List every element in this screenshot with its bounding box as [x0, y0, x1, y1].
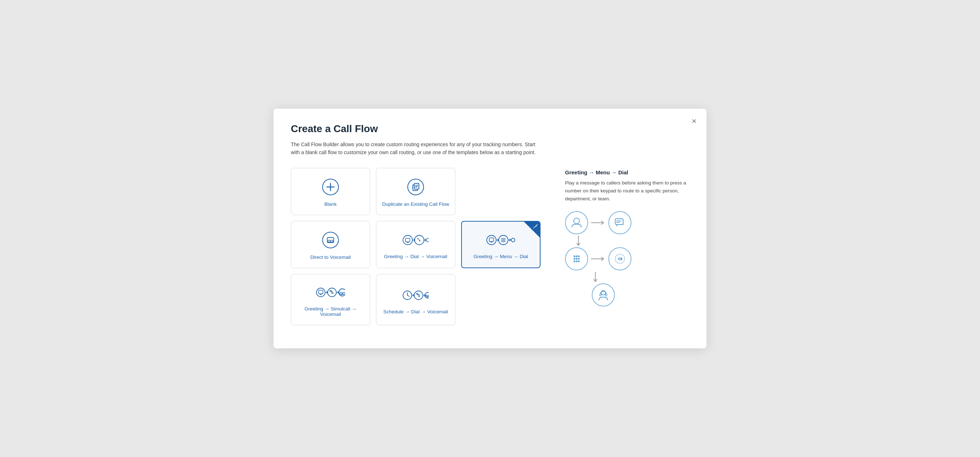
svg-point-32: [504, 241, 506, 242]
card-greeting-menu-dial[interactable]: ✓: [461, 221, 541, 268]
cards-row-3: Greeting → Simulcall → Voicemail: [291, 274, 550, 325]
voicemail-icon: [322, 231, 339, 250]
svg-point-68: [578, 261, 580, 263]
svg-point-41: [340, 292, 342, 295]
card-greeting-simulcall-voicemail-label: Greeting → Simulcall → Voicemail: [297, 306, 364, 317]
agent-icon: [592, 283, 615, 306]
svg-point-54: [574, 218, 579, 224]
svg-point-28: [503, 240, 504, 241]
caller-icon: [565, 211, 588, 234]
arrow-transfer-down: [592, 272, 689, 283]
greeting-menu-dial-icon: [487, 232, 515, 250]
detail-panel: Greeting → Menu → Dial Play a message to…: [565, 168, 689, 331]
svg-point-42: [343, 292, 345, 295]
arrow-caller-to-greeting: [591, 219, 606, 226]
svg-point-60: [574, 256, 576, 257]
svg-rect-56: [615, 219, 623, 225]
svg-point-11: [328, 240, 330, 242]
arrow-greeting-down: [566, 236, 689, 247]
svg-point-48: [414, 291, 423, 299]
svg-point-12: [331, 240, 333, 242]
keypad-icon: [565, 247, 588, 271]
svg-rect-15: [406, 238, 410, 242]
arrow-keypad-to-transfer: [591, 255, 606, 263]
transfer-icon: [608, 247, 632, 271]
svg-point-63: [574, 258, 576, 260]
cards-grid: Blank Duplicate an Exist: [291, 168, 550, 331]
svg-point-26: [504, 238, 506, 239]
svg-point-24: [501, 238, 503, 239]
svg-point-27: [501, 240, 503, 241]
svg-point-67: [576, 261, 578, 263]
svg-rect-36: [318, 290, 323, 294]
svg-point-20: [487, 236, 496, 245]
svg-point-25: [503, 238, 504, 239]
svg-point-29: [504, 240, 506, 241]
cards-row-2: Direct to Voicemail: [291, 221, 550, 268]
svg-point-34: [511, 238, 515, 242]
card-schedule-dial-voicemail-label: Schedule → Dial → Voicemail: [383, 309, 448, 314]
detail-title: Greeting → Menu → Dial: [565, 169, 689, 175]
detail-description: Play a message to callers before asking …: [565, 179, 689, 202]
card-blank[interactable]: Blank: [291, 168, 370, 215]
svg-point-35: [317, 288, 325, 297]
card-duplicate[interactable]: Duplicate an Existing Call Flow: [376, 168, 455, 215]
svg-point-9: [323, 232, 339, 248]
svg-point-31: [503, 241, 504, 242]
svg-point-38: [328, 288, 336, 297]
svg-rect-21: [489, 238, 493, 242]
card-greeting-dial-voicemail-label: Greeting → Dial → Voicemail: [384, 254, 447, 259]
svg-point-30: [501, 241, 503, 242]
duplicate-icon: [407, 178, 424, 197]
card-schedule-dial-voicemail[interactable]: Schedule → Dial → Voicemail: [376, 274, 455, 325]
modal-description: The Call Flow Builder allows you to crea…: [291, 140, 543, 157]
cards-row-1: Blank Duplicate an Exist: [291, 168, 550, 215]
card-direct-voicemail[interactable]: Direct to Voicemail: [291, 221, 370, 268]
blank-icon: [322, 178, 339, 197]
flow-diagram: [565, 211, 689, 306]
svg-point-70: [615, 254, 625, 264]
close-button[interactable]: ×: [692, 117, 697, 125]
card-direct-voicemail-label: Direct to Voicemail: [310, 255, 351, 260]
selected-checkmark: ✓: [535, 223, 538, 228]
greeting-simulcall-voicemail-icon: [316, 285, 345, 302]
card-greeting-dial-voicemail[interactable]: Greeting → Dial → Voicemail: [376, 221, 455, 268]
modal-title: Create a Call Flow: [291, 123, 689, 135]
svg-line-46: [407, 295, 409, 296]
greeting-icon: [608, 211, 632, 234]
greeting-dial-voicemail-icon: [402, 232, 429, 250]
svg-point-62: [578, 256, 580, 257]
svg-point-14: [403, 236, 412, 245]
svg-point-66: [574, 261, 576, 263]
card-duplicate-label: Duplicate an Existing Call Flow: [382, 201, 449, 207]
card-greeting-menu-dial-label: Greeting → Menu → Dial: [474, 254, 528, 259]
modal-container: × Create a Call Flow The Call Flow Build…: [274, 109, 706, 349]
card-greeting-simulcall-voicemail[interactable]: Greeting → Simulcall → Voicemail: [291, 274, 370, 325]
card-blank-label: Blank: [325, 201, 337, 207]
svg-point-65: [578, 258, 580, 260]
svg-point-64: [576, 258, 578, 260]
modal-body: Blank Duplicate an Exist: [291, 168, 689, 331]
svg-point-61: [576, 256, 578, 257]
schedule-dial-voicemail-icon: [402, 287, 429, 305]
